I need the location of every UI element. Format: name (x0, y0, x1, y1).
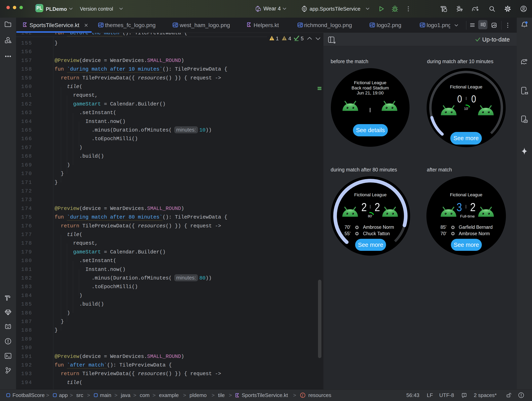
svg-text:f: f (302, 393, 304, 397)
svg-text:1: 1 (276, 36, 279, 42)
svg-text:5: 5 (301, 36, 304, 42)
svg-text:4: 4 (288, 36, 291, 42)
